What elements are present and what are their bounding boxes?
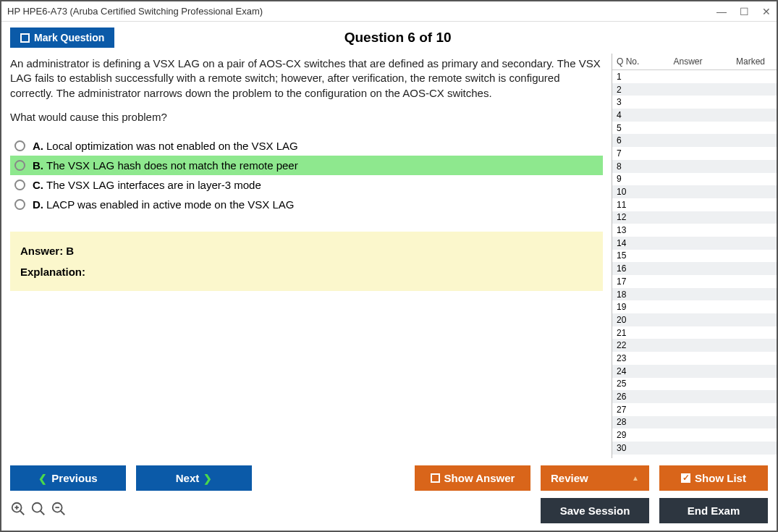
- radio-icon: [14, 140, 25, 151]
- previous-button[interactable]: ❮ Previous: [10, 465, 126, 491]
- sidebar-row[interactable]: 12: [612, 211, 777, 224]
- window-title: HP HPE6-A73 (Aruba Certified Switching P…: [7, 6, 716, 17]
- row-qno: 18: [617, 290, 647, 300]
- row-qno: 29: [617, 430, 647, 440]
- review-button[interactable]: Review ▲: [541, 465, 649, 491]
- row-qno: 5: [617, 123, 647, 133]
- checkbox-checked-icon: [681, 473, 690, 483]
- show-answer-button[interactable]: Show Answer: [415, 465, 530, 491]
- review-label: Review: [551, 472, 588, 484]
- row-qno: 3: [617, 97, 647, 107]
- sidebar-row[interactable]: 22: [612, 339, 777, 352]
- end-exam-label: End Exam: [688, 504, 740, 517]
- save-session-button[interactable]: Save Session: [541, 498, 649, 523]
- explanation-label: Explanation:: [20, 266, 593, 278]
- row-qno: 9: [617, 174, 647, 184]
- sidebar-row[interactable]: 11: [612, 198, 777, 211]
- sidebar-row[interactable]: 8: [612, 160, 777, 173]
- row-qno: 10: [617, 187, 647, 197]
- close-icon[interactable]: ✕: [762, 6, 771, 17]
- zoom-reset-icon[interactable]: [10, 501, 26, 520]
- zoom-in-icon[interactable]: [30, 501, 46, 520]
- row-qno: 4: [617, 110, 647, 120]
- mark-question-button[interactable]: Mark Question: [10, 28, 114, 48]
- sidebar-row[interactable]: 9: [612, 173, 777, 186]
- sidebar-row[interactable]: 2: [612, 83, 777, 96]
- sidebar-row[interactable]: 15: [612, 250, 777, 263]
- svg-point-4: [33, 503, 42, 512]
- body: An administrator is defining a VSX LAG o…: [1, 54, 777, 458]
- footer-row-1: ❮ Previous Next ❯ Show Answer Review ▲ S…: [10, 465, 768, 491]
- sidebar-row[interactable]: 1: [612, 70, 777, 83]
- question-panel: An administrator is defining a VSX LAG o…: [1, 54, 612, 458]
- row-qno: 30: [617, 443, 647, 453]
- sidebar-row[interactable]: 14: [612, 237, 777, 250]
- footer-row-2: Save Session End Exam: [10, 498, 768, 523]
- row-qno: 1: [617, 72, 647, 82]
- end-exam-button[interactable]: End Exam: [659, 498, 768, 523]
- sidebar-row[interactable]: 17: [612, 275, 777, 288]
- show-answer-label: Show Answer: [444, 472, 515, 484]
- previous-label: Previous: [51, 472, 97, 484]
- sidebar-row[interactable]: 25: [612, 378, 777, 391]
- minimize-icon[interactable]: —: [716, 6, 727, 17]
- option-letter: C.: [33, 179, 43, 191]
- row-qno: 27: [617, 405, 647, 415]
- answer-box: Answer: B Explanation:: [10, 232, 603, 291]
- sidebar-row[interactable]: 13: [612, 224, 777, 237]
- sidebar-row[interactable]: 10: [612, 185, 777, 198]
- sidebar-row[interactable]: 18: [612, 288, 777, 301]
- sidebar-row[interactable]: 23: [612, 352, 777, 365]
- row-qno: 28: [617, 417, 647, 427]
- sidebar-rows[interactable]: 1234567891011121314151617181920212223242…: [612, 70, 777, 458]
- sidebar-row[interactable]: 20: [612, 313, 777, 326]
- question-text: An administrator is defining a VSX LAG o…: [10, 56, 603, 101]
- svg-line-5: [41, 511, 45, 515]
- show-list-button[interactable]: Show List: [659, 465, 768, 491]
- row-qno: 24: [617, 366, 647, 376]
- row-qno: 16: [617, 263, 647, 274]
- sidebar-row[interactable]: 24: [612, 365, 777, 378]
- window-controls: — ☐ ✕: [716, 6, 771, 17]
- answer-text: Answer: B: [20, 245, 593, 257]
- sidebar-row[interactable]: 26: [612, 390, 777, 403]
- sidebar-row[interactable]: 16: [612, 262, 777, 275]
- sidebar-row[interactable]: 27: [612, 403, 777, 416]
- next-label: Next: [176, 472, 200, 484]
- row-qno: 22: [617, 340, 647, 350]
- svg-line-7: [61, 511, 65, 515]
- row-qno: 17: [617, 276, 647, 287]
- col-marked: Marked: [729, 56, 772, 67]
- maximize-icon[interactable]: ☐: [740, 6, 749, 17]
- option-c[interactable]: C. The VSX LAG interfaces are in layer-3…: [10, 175, 603, 195]
- sidebar-row[interactable]: 28: [612, 416, 777, 429]
- row-qno: 19: [617, 302, 647, 312]
- option-a[interactable]: A. Local optimization was not enabled on…: [10, 136, 603, 156]
- chevron-right-icon: ❯: [203, 473, 212, 484]
- question-number: Question 6 of 10: [114, 30, 768, 46]
- sidebar-row[interactable]: 29: [612, 428, 777, 442]
- sidebar-row[interactable]: 4: [612, 109, 777, 122]
- sidebar-row[interactable]: 7: [612, 147, 777, 160]
- row-qno: 12: [617, 212, 647, 222]
- show-list-label: Show List: [695, 472, 746, 484]
- option-d[interactable]: D. LACP was enabled in active mode on th…: [10, 195, 603, 214]
- zoom-out-icon[interactable]: [51, 501, 67, 520]
- app-window: HP HPE6-A73 (Aruba Certified Switching P…: [0, 0, 778, 532]
- sidebar-row[interactable]: 21: [612, 326, 777, 339]
- row-qno: 14: [617, 238, 647, 248]
- option-text: The VSX LAG hash does not match the remo…: [46, 159, 298, 172]
- option-b[interactable]: B. The VSX LAG hash does not match the r…: [10, 156, 603, 175]
- row-qno: 21: [617, 328, 647, 338]
- sidebar-row[interactable]: 6: [612, 134, 777, 147]
- sidebar-row[interactable]: 30: [612, 442, 777, 455]
- sidebar-row[interactable]: 19: [612, 300, 777, 313]
- sidebar-row[interactable]: 3: [612, 96, 777, 109]
- row-qno: 6: [617, 135, 647, 145]
- radio-icon: [14, 199, 25, 210]
- sidebar-row[interactable]: 5: [612, 122, 777, 135]
- question-list-sidebar: Q No. Answer Marked 12345678910111213141…: [612, 54, 777, 458]
- row-qno: 15: [617, 250, 647, 261]
- row-qno: 2: [617, 85, 647, 95]
- next-button[interactable]: Next ❯: [136, 465, 252, 491]
